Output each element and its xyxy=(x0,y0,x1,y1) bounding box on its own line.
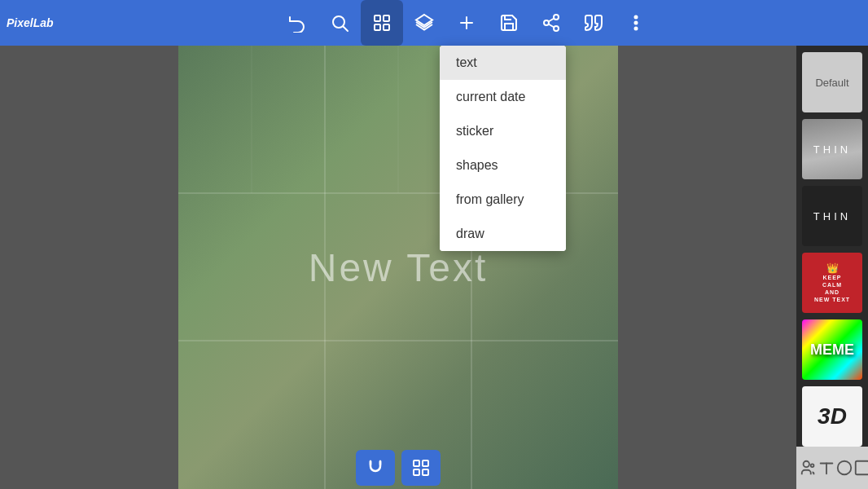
canvas-grid-button[interactable] xyxy=(401,450,441,486)
add-button[interactable] xyxy=(445,0,488,46)
dropdown-item-current-date[interactable]: current date xyxy=(440,80,566,114)
sidebar-thumb-thin1[interactable]: THIN xyxy=(802,119,862,179)
rect-tool-icon[interactable] xyxy=(853,453,868,482)
svg-rect-3 xyxy=(384,15,389,21)
dropdown-item-shapes[interactable]: shapes xyxy=(440,148,566,183)
svg-rect-28 xyxy=(414,469,419,475)
thumb-3d-inner: 3D xyxy=(802,386,862,447)
thumb-default-label: Default xyxy=(802,52,862,112)
dropdown-item-sticker[interactable]: sticker xyxy=(440,114,566,148)
3d-label: 3D xyxy=(818,403,847,430)
undo-button[interactable] xyxy=(276,0,318,46)
people-icon-tool[interactable] xyxy=(800,453,818,482)
keepcalm-text: KEEPCALMANDNEW TEXT xyxy=(814,274,850,303)
sidebar-thumb-3d[interactable]: 3D xyxy=(802,386,862,447)
share-button[interactable] xyxy=(530,0,572,46)
svg-line-13 xyxy=(549,19,555,22)
dropdown-item-from-gallery[interactable]: from gallery xyxy=(440,183,566,217)
sidebar-thumb-default[interactable]: Default xyxy=(802,52,862,112)
main-content: New Text xyxy=(0,46,868,489)
svg-point-34 xyxy=(838,461,852,475)
bottom-tools-bar xyxy=(796,447,868,489)
sidebar-thumb-meme[interactable]: MEME xyxy=(802,319,862,380)
layers-button[interactable] xyxy=(403,0,445,46)
sidebar: Default THIN THIN 👑 KEEPCALMANDNEW TEXT … xyxy=(796,46,868,489)
grid-button[interactable] xyxy=(361,0,403,46)
quote-button[interactable] xyxy=(572,0,615,46)
thumb-keepcalm-inner: 👑 KEEPCALMANDNEW TEXT xyxy=(802,253,862,313)
svg-point-15 xyxy=(635,22,638,24)
svg-point-14 xyxy=(635,16,638,19)
thumb-meme-inner: MEME xyxy=(802,319,862,380)
svg-point-16 xyxy=(635,28,638,30)
svg-point-9 xyxy=(554,15,559,20)
svg-rect-4 xyxy=(375,24,380,30)
more-options-button[interactable] xyxy=(615,0,657,46)
save-button[interactable] xyxy=(488,0,530,46)
sidebar-thumb-thin2[interactable]: THIN xyxy=(802,186,862,246)
svg-rect-5 xyxy=(384,24,389,30)
svg-point-10 xyxy=(544,20,549,25)
svg-line-1 xyxy=(344,27,349,32)
meme-label: MEME xyxy=(810,341,854,359)
svg-rect-27 xyxy=(423,460,428,466)
thumb-thin2-inner: THIN xyxy=(802,186,862,246)
svg-rect-2 xyxy=(375,15,380,21)
svg-rect-26 xyxy=(414,460,419,466)
svg-rect-35 xyxy=(856,461,868,475)
app-logo: PixelLab xyxy=(7,16,72,29)
circle-tool-icon[interactable] xyxy=(835,453,853,482)
canvas-area: New Text xyxy=(0,46,796,489)
canvas-center-text: New Text xyxy=(309,245,489,290)
canvas-bottom-bar xyxy=(178,447,618,489)
svg-point-30 xyxy=(804,461,809,467)
crown-icon: 👑 xyxy=(826,262,839,274)
svg-line-12 xyxy=(549,24,555,28)
svg-point-11 xyxy=(554,26,559,31)
dropdown-item-text[interactable]: text xyxy=(440,46,566,80)
magnet-button[interactable] xyxy=(356,450,395,486)
add-dropdown-menu: text current date sticker shapes from ga… xyxy=(440,46,566,251)
text-tool-icon[interactable] xyxy=(818,453,835,482)
toolbar-icons-group xyxy=(72,0,861,46)
zoom-button[interactable] xyxy=(318,0,361,46)
svg-rect-29 xyxy=(423,469,428,475)
sidebar-thumb-keepcalm[interactable]: 👑 KEEPCALMANDNEW TEXT xyxy=(802,253,862,313)
thumb-thin1-inner: THIN xyxy=(802,119,862,179)
dropdown-item-draw[interactable]: draw xyxy=(440,217,566,251)
main-toolbar: PixelLab xyxy=(0,0,868,46)
svg-point-31 xyxy=(811,464,814,467)
